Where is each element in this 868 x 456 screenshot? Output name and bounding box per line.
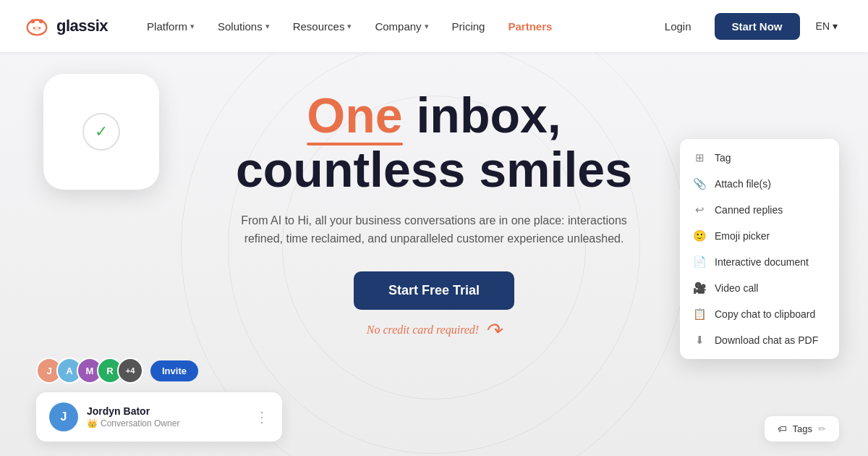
nav-item-pricing[interactable]: Pricing — [442, 14, 495, 38]
emoji-icon: 🙂 — [693, 229, 706, 242]
language-selector[interactable]: EN ▾ — [809, 16, 845, 36]
grid-icon: ⊞ — [693, 151, 706, 164]
edit-icon[interactable]: ✏ — [818, 423, 826, 434]
invite-button[interactable]: Invite — [150, 360, 198, 381]
headline-highlight: One — [307, 88, 402, 143]
nav-item-solutions[interactable]: Solutions ▾ — [208, 14, 280, 38]
svg-point-4 — [33, 27, 35, 29]
chevron-down-icon: ▾ — [265, 22, 270, 31]
conversation-name: Jordyn Bator — [87, 405, 246, 417]
avatars-invite-area: J A M R +4 Invite — [36, 358, 198, 384]
conversation-info: Jordyn Bator 👑 Conversation Owner — [87, 405, 246, 428]
hero-headline: One inbox, countless smiles — [224, 88, 644, 197]
context-item-tag[interactable]: ⊞ Tag — [680, 145, 839, 171]
more-options-icon[interactable]: ⋮ — [255, 408, 269, 426]
paperclip-icon: 📎 — [693, 177, 706, 190]
video-icon: 🎥 — [693, 282, 706, 295]
clipboard-icon: 📋 — [693, 308, 706, 321]
context-item-download[interactable]: ⬇ Download chat as PDF — [680, 327, 839, 353]
hero-section: ✓ One inbox, countless smiles From AI to… — [0, 52, 868, 456]
conversation-card: J Jordyn Bator 👑 Conversation Owner ⋮ — [36, 392, 282, 442]
chevron-down-icon: ▾ — [833, 20, 838, 32]
hero-subtext: From AI to Hi, all your business convers… — [224, 211, 644, 248]
logo-text: glassix — [56, 17, 108, 35]
chevron-down-icon: ▾ — [425, 22, 429, 31]
nav-item-partners[interactable]: Partners — [498, 14, 562, 38]
context-item-video[interactable]: 🎥 Video call — [680, 275, 839, 301]
download-icon: ⬇ — [693, 334, 706, 347]
avatar-stack: J A M R +4 — [36, 358, 143, 384]
chevron-down-icon: ▾ — [190, 22, 195, 31]
glassix-logo-icon — [23, 12, 51, 40]
tags-bar: 🏷 Tags ✏ — [765, 416, 839, 442]
conversation-role: 👑 Conversation Owner — [87, 418, 246, 428]
context-item-interactive-doc[interactable]: 📄 Interactive document — [680, 249, 839, 275]
curved-arrow-icon: ↷ — [485, 318, 501, 342]
context-item-canned[interactable]: ↩ Canned replies — [680, 197, 839, 223]
document-icon: 📄 — [693, 256, 706, 269]
reply-icon: ↩ — [693, 203, 706, 216]
svg-point-5 — [38, 27, 41, 29]
context-item-emoji[interactable]: 🙂 Emoji picker — [680, 223, 839, 249]
chevron-down-icon: ▾ — [347, 22, 352, 31]
nav-item-resources[interactable]: Resources ▾ — [283, 14, 362, 38]
context-item-attach[interactable]: 📎 Attach file(s) — [680, 171, 839, 197]
start-free-trial-button[interactable]: Start Free Trial — [354, 271, 514, 310]
nav-links: Platform ▾ Solutions ▾ Resources ▾ Compa… — [137, 14, 650, 38]
start-now-button[interactable]: Start Now — [715, 13, 800, 40]
nav-item-company[interactable]: Company ▾ — [365, 14, 438, 38]
floating-check-card: ✓ — [43, 74, 159, 190]
context-item-copy[interactable]: 📋 Copy chat to clipboard — [680, 301, 839, 327]
nav-right: Login Start Now EN ▾ — [650, 13, 845, 40]
nav-item-platform[interactable]: Platform ▾ — [137, 14, 205, 38]
conversation-avatar: J — [49, 402, 78, 431]
logo[interactable]: glassix — [23, 12, 108, 40]
hero-content: One inbox, countless smiles From AI to H… — [224, 88, 644, 342]
cta-area: Start Free Trial — [224, 271, 644, 318]
context-menu: ⊞ Tag 📎 Attach file(s) ↩ Canned replies … — [680, 139, 839, 359]
tag-icon: 🏷 — [778, 423, 787, 434]
check-circle-icon: ✓ — [82, 113, 120, 151]
no-credit-text: No credit card required! ↷ — [224, 318, 644, 342]
login-button[interactable]: Login — [650, 14, 706, 38]
avatar-count: +4 — [117, 358, 143, 384]
navbar: glassix Platform ▾ Solutions ▾ Resources… — [0, 0, 868, 52]
